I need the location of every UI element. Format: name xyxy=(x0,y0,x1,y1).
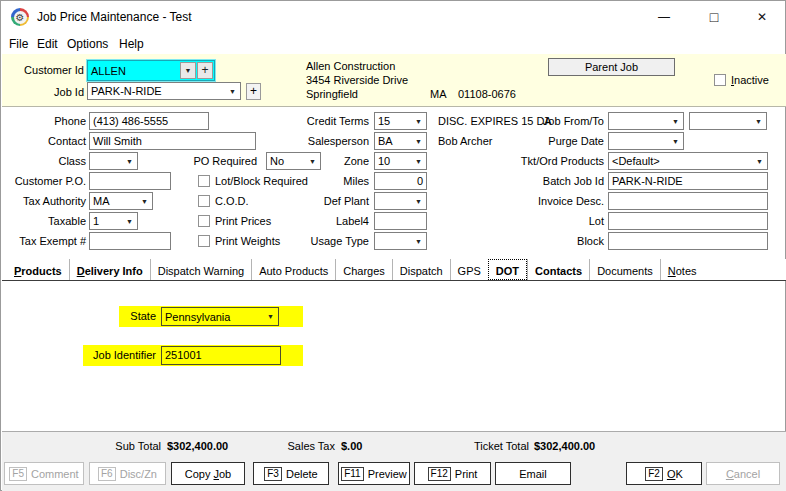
tkt-ord-products-label: Tkt/Ord Products xyxy=(461,154,604,169)
close-icon[interactable]: ✕ xyxy=(743,1,781,33)
label4-label: Label4 xyxy=(231,214,369,229)
tab-dot[interactable]: DOT xyxy=(488,259,527,280)
invoice-desc-label: Invoice Desc. xyxy=(461,194,604,209)
job-from-to-label: Job From/To xyxy=(501,114,604,129)
sub-total-label: Sub Total xyxy=(61,439,161,454)
tkt-ord-products-combo[interactable]: <Default>▼ xyxy=(608,152,768,170)
chevron-down-icon: ▼ xyxy=(263,313,278,320)
block-label: Block xyxy=(461,234,604,249)
credit-terms-combo[interactable]: 15▼ xyxy=(374,112,427,130)
address-city: Springfield xyxy=(306,87,358,102)
menu-file[interactable]: File xyxy=(9,35,28,54)
def-plant-combo[interactable]: ▼ xyxy=(374,192,427,210)
usage-type-combo[interactable]: ▼ xyxy=(374,232,427,250)
tax-authority-combo[interactable]: MA▼ xyxy=(89,192,153,210)
chevron-down-icon: ▼ xyxy=(752,158,767,165)
chevron-down-icon: ▼ xyxy=(122,158,137,165)
menu-edit[interactable]: Edit xyxy=(37,35,58,54)
purge-date-label: Purge Date xyxy=(461,134,604,149)
customer-id-combo[interactable]: ALLEN ▼ + xyxy=(87,60,215,81)
address-line1: Allen Construction xyxy=(306,59,395,74)
disc-zn-button: F6Disc/Zn xyxy=(89,462,166,485)
tab-products[interactable]: Products xyxy=(7,259,69,280)
inactive-label: Inactive xyxy=(731,74,769,86)
address-state: MA xyxy=(430,87,447,102)
chevron-down-icon: ▼ xyxy=(411,158,426,165)
batch-job-id-input[interactable]: PARK-N-RIDE xyxy=(608,172,768,190)
job-id-label: Job Id xyxy=(2,85,84,100)
tab-charges[interactable]: Charges xyxy=(335,259,392,280)
state-label: State xyxy=(119,309,156,324)
inactive-checkbox-box[interactable] xyxy=(714,74,726,86)
job-id-add-button[interactable]: + xyxy=(246,83,261,100)
phone-input[interactable]: (413) 486-5555 xyxy=(89,112,209,130)
maximize-icon[interactable]: □ xyxy=(695,1,733,33)
parent-job-button[interactable]: Parent Job xyxy=(548,58,675,76)
sales-tax-label: Sales Tax xyxy=(251,439,335,454)
customer-id-dropdown-icon[interactable]: ▼ xyxy=(180,62,196,79)
class-combo[interactable]: ▼ xyxy=(89,152,138,170)
copy-job-button[interactable]: Copy Job xyxy=(171,462,245,485)
tab-gps[interactable]: GPS xyxy=(450,259,488,280)
print-button[interactable]: F12Print xyxy=(414,462,491,485)
miles-label: Miles xyxy=(231,174,369,189)
job-id-dropdown-icon[interactable]: ▼ xyxy=(225,88,240,95)
purge-date-combo[interactable]: ▼ xyxy=(608,132,684,150)
preview-button[interactable]: F11Preview xyxy=(338,462,410,485)
customer-id-add-button[interactable]: + xyxy=(197,62,213,79)
customer-po-input[interactable] xyxy=(89,172,171,190)
customer-id-label: Customer Id xyxy=(2,63,84,78)
tab-auto-products[interactable]: Auto Products xyxy=(251,259,335,280)
tab-documents[interactable]: Documents xyxy=(589,259,660,280)
lot-label: Lot xyxy=(461,214,604,229)
tax-exempt-label: Tax Exempt # xyxy=(1,234,86,249)
delete-button[interactable]: F3Delete xyxy=(253,462,329,485)
state-combo[interactable]: Pennsylvania▼ xyxy=(161,307,279,326)
salesperson-combo[interactable]: BA▼ xyxy=(374,132,427,150)
chevron-down-icon: ▼ xyxy=(411,138,426,145)
sales-tax-value: $.00 xyxy=(341,439,362,454)
def-plant-label: Def Plant xyxy=(231,194,369,209)
chevron-down-icon: ▼ xyxy=(668,138,683,145)
label4-input[interactable] xyxy=(374,212,427,230)
miles-input[interactable]: 0 xyxy=(374,172,427,190)
email-button[interactable]: Email xyxy=(495,462,571,485)
zone-combo[interactable]: 10▼ xyxy=(374,152,427,170)
inactive-checkbox[interactable]: Inactive xyxy=(714,73,769,87)
job-from-combo[interactable]: ▼ xyxy=(608,112,684,130)
sub-total-value: $302,400.00 xyxy=(167,439,228,454)
app-icon: ⚙ xyxy=(11,8,29,26)
minimize-icon[interactable]: — xyxy=(645,1,683,33)
ticket-total-label: Ticket Total xyxy=(429,439,529,454)
job-to-combo[interactable]: ▼ xyxy=(689,112,767,130)
tab-dispatch[interactable]: Dispatch xyxy=(392,259,450,280)
chevron-down-icon: ▼ xyxy=(668,118,683,125)
tab-delivery-info[interactable]: Delivery Info xyxy=(69,259,150,280)
menu-options[interactable]: Options xyxy=(67,35,108,54)
batch-job-id-label: Batch Job Id xyxy=(461,174,604,189)
contact-label: Contact xyxy=(1,134,86,149)
taxable-combo[interactable]: 1▼ xyxy=(89,212,138,230)
chevron-down-icon: ▼ xyxy=(411,118,426,125)
ticket-total-value: $302,400.00 xyxy=(534,439,595,454)
menu-help[interactable]: Help xyxy=(119,35,144,54)
invoice-desc-input[interactable] xyxy=(608,192,768,210)
tab-dispatch-warning[interactable]: Dispatch Warning xyxy=(150,259,251,280)
job-id-combo[interactable]: PARK-N-RIDE ▼ xyxy=(87,82,241,100)
app-window: ⚙ Job Price Maintenance - Test — □ ✕ Fil… xyxy=(0,0,786,491)
cancel-button: Cancel xyxy=(706,462,780,485)
lot-input[interactable] xyxy=(608,212,768,230)
customer-po-label: Customer P.O. xyxy=(1,174,86,189)
ok-button[interactable]: F2OK xyxy=(626,462,702,485)
tab-notes[interactable]: Notes xyxy=(660,259,704,280)
zone-label: Zone xyxy=(231,154,369,169)
tax-authority-label: Tax Authority xyxy=(1,194,86,209)
block-input[interactable] xyxy=(608,232,768,250)
chevron-down-icon: ▼ xyxy=(751,118,766,125)
tax-exempt-input[interactable] xyxy=(89,232,171,250)
title-bar: ⚙ Job Price Maintenance - Test — □ ✕ xyxy=(1,1,785,33)
tab-contacts[interactable]: Contacts xyxy=(527,259,589,280)
chevron-down-icon: ▼ xyxy=(137,198,152,205)
job-identifier-input[interactable]: 251001 xyxy=(161,346,281,365)
chevron-down-icon: ▼ xyxy=(411,198,426,205)
